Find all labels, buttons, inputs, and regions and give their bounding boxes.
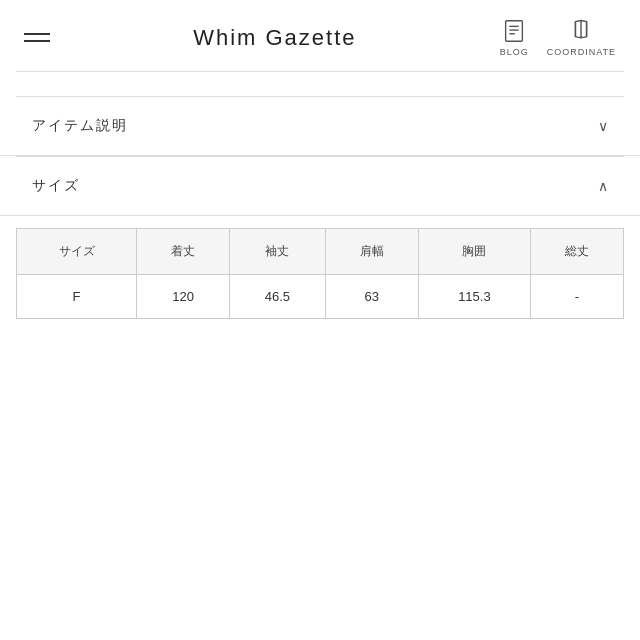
item-description-accordion[interactable]: アイテム説明 ∨ <box>0 97 640 156</box>
svg-rect-0 <box>506 21 523 41</box>
coordinate-nav[interactable]: COORDINATE <box>547 18 616 57</box>
col-header-胸囲: 胸囲 <box>418 229 530 275</box>
table-row: F12046.563115.3- <box>17 275 624 319</box>
blog-label: BLOG <box>500 47 529 57</box>
hamburger-line-2 <box>24 40 50 42</box>
header-icons: BLOG COORDINATE <box>500 18 616 57</box>
site-title: Whim Gazette <box>50 25 500 51</box>
col-header-総丈: 総丈 <box>531 229 624 275</box>
spacer-top <box>0 72 640 96</box>
table-header-row: サイズ 着丈 袖丈 肩幅 胸囲 総丈 <box>17 229 624 275</box>
blog-nav[interactable]: BLOG <box>500 18 529 57</box>
header: Whim Gazette BLOG COORDINATE <box>0 0 640 71</box>
col-header-着丈: 着丈 <box>137 229 230 275</box>
size-table: サイズ 着丈 袖丈 肩幅 胸囲 総丈 F12046.563115.3- <box>16 228 624 319</box>
col-header-size: サイズ <box>17 229 137 275</box>
spacer-before-table <box>0 216 640 228</box>
size-accordion[interactable]: サイズ ∧ <box>0 157 640 216</box>
coordinate-icon <box>568 18 594 44</box>
hamburger-menu[interactable] <box>24 33 50 42</box>
content-area: アイテム説明 ∨ サイズ ∧ サイズ 着丈 袖丈 肩幅 胸囲 総丈 F12046… <box>0 96 640 319</box>
table-cell: 115.3 <box>418 275 530 319</box>
table-cell: 63 <box>325 275 418 319</box>
table-cell: F <box>17 275 137 319</box>
coordinate-label: COORDINATE <box>547 47 616 57</box>
size-label: サイズ <box>32 177 80 195</box>
chevron-down-icon: ∨ <box>598 118 608 134</box>
size-table-section: サイズ 着丈 袖丈 肩幅 胸囲 総丈 F12046.563115.3- <box>16 228 624 319</box>
col-header-袖丈: 袖丈 <box>230 229 326 275</box>
item-description-label: アイテム説明 <box>32 117 128 135</box>
chevron-up-icon: ∧ <box>598 178 608 194</box>
table-cell: 120 <box>137 275 230 319</box>
table-cell: - <box>531 275 624 319</box>
blog-icon <box>501 18 527 44</box>
table-cell: 46.5 <box>230 275 326 319</box>
col-header-肩幅: 肩幅 <box>325 229 418 275</box>
hamburger-line-1 <box>24 33 50 35</box>
